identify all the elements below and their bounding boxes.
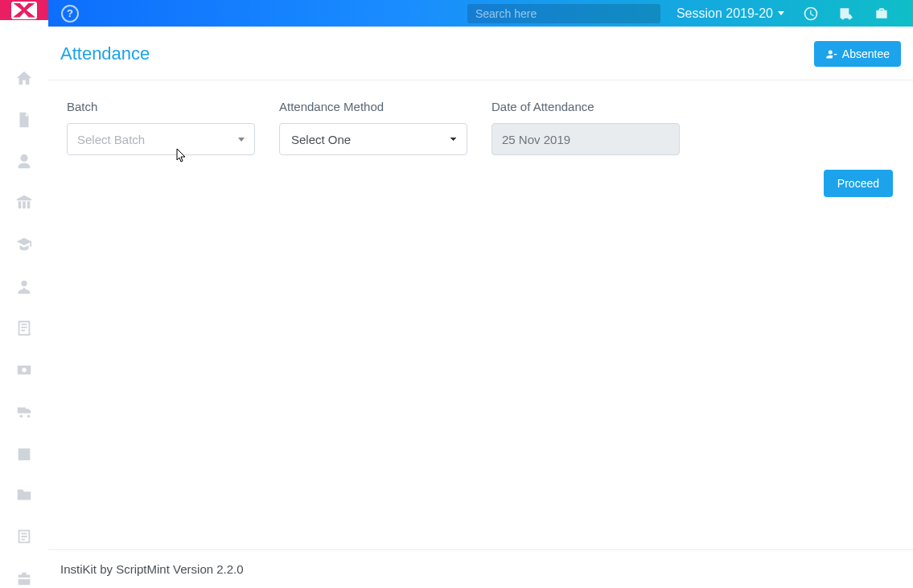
session-dropdown[interactable]: Session 2019-20 bbox=[677, 6, 784, 21]
nav-finance[interactable] bbox=[14, 360, 35, 380]
nav-institute[interactable] bbox=[14, 194, 35, 213]
app-logo[interactable] bbox=[0, 0, 48, 20]
nav-inventory[interactable] bbox=[14, 569, 35, 588]
chevron-down-icon bbox=[778, 11, 784, 15]
date-value: 25 Nov 2019 bbox=[502, 133, 570, 146]
batch-placeholder: Select Batch bbox=[77, 133, 145, 146]
nav-folder[interactable] bbox=[14, 485, 35, 504]
absentee-button[interactable]: Absentee bbox=[814, 41, 901, 67]
method-group: Attendance Method Select One bbox=[279, 100, 467, 155]
date-group: Date of Attendance 25 Nov 2019 bbox=[491, 100, 680, 155]
nav-user[interactable] bbox=[14, 152, 35, 171]
nav-employee[interactable] bbox=[14, 277, 35, 296]
sidebar bbox=[0, 20, 48, 588]
date-label: Date of Attendance bbox=[491, 100, 680, 113]
nav-transport[interactable] bbox=[14, 402, 35, 421]
date-input[interactable]: 25 Nov 2019 bbox=[491, 123, 680, 155]
method-select[interactable]: Select One bbox=[279, 123, 467, 155]
app-header: ? Session 2019-20 bbox=[48, 0, 913, 27]
chevron-down-icon bbox=[238, 138, 245, 142]
truck-icon[interactable] bbox=[837, 5, 855, 23]
nav-calendar[interactable] bbox=[14, 444, 35, 463]
clock-icon[interactable] bbox=[802, 5, 820, 23]
proceed-label: Proceed bbox=[837, 177, 879, 190]
form-area: Batch Select Batch Attendance Method Sel… bbox=[48, 80, 913, 163]
absentee-label: Absentee bbox=[842, 47, 890, 60]
page-title: Attendance bbox=[60, 43, 150, 64]
batch-label: Batch bbox=[67, 100, 255, 113]
form-actions: Proceed bbox=[48, 163, 913, 197]
user-minus-icon bbox=[825, 48, 837, 60]
page-header: Attendance Absentee bbox=[48, 27, 913, 80]
footer: InstiKit by ScriptMint Version 2.2.0 bbox=[48, 549, 913, 588]
session-label: Session 2019-20 bbox=[677, 6, 773, 21]
nav-home[interactable] bbox=[14, 68, 35, 88]
method-label: Attendance Method bbox=[279, 100, 467, 113]
nav-library[interactable] bbox=[14, 527, 35, 546]
nav-document[interactable] bbox=[14, 110, 35, 130]
content-area: Attendance Absentee Batch Select Batch A… bbox=[48, 27, 913, 588]
help-icon[interactable]: ? bbox=[61, 5, 79, 23]
batch-select[interactable]: Select Batch bbox=[67, 123, 255, 155]
search-input[interactable] bbox=[467, 4, 660, 23]
batch-group: Batch Select Batch bbox=[67, 100, 255, 155]
nav-notes[interactable] bbox=[14, 319, 35, 338]
proceed-button[interactable]: Proceed bbox=[824, 170, 893, 197]
nav-academics[interactable] bbox=[14, 235, 35, 254]
briefcase-icon[interactable] bbox=[873, 5, 890, 23]
footer-text: InstiKit by ScriptMint Version 2.2.0 bbox=[60, 562, 244, 576]
